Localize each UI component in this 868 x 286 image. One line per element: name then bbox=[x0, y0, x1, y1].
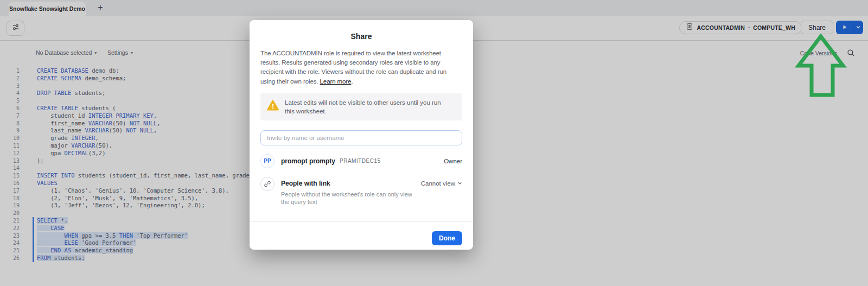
warning-banner: Latest edits will not be visible to othe… bbox=[260, 93, 462, 120]
avatar: PP bbox=[260, 154, 275, 168]
dialog-title: Share bbox=[260, 32, 462, 41]
share-description-suffix: . bbox=[351, 78, 353, 85]
link-icon bbox=[260, 177, 275, 191]
learn-more-link[interactable]: Learn more bbox=[320, 78, 352, 85]
done-button[interactable]: Done bbox=[432, 231, 462, 245]
people-with-link-row: People with link People without the work… bbox=[260, 177, 462, 206]
owner-role-label: Owner bbox=[444, 158, 462, 164]
people-with-link-description: People without the worksheet's role can … bbox=[281, 190, 417, 206]
share-description: The ACCOUNTADMIN role is required to vie… bbox=[260, 49, 462, 86]
link-permission-dropdown[interactable]: Cannot view bbox=[421, 177, 462, 187]
invite-input[interactable] bbox=[260, 130, 462, 145]
snowsight-app: Snowflake Snowsight Demo + bbox=[0, 0, 868, 286]
owner-row: PP promopt prompty PRAMITDEC15 Owner bbox=[260, 154, 462, 168]
owner-username: PRAMITDEC15 bbox=[340, 158, 381, 164]
dialog-footer: Done bbox=[250, 221, 473, 250]
share-description-text: The ACCOUNTADMIN role is required to vie… bbox=[260, 50, 446, 85]
warning-text: Latest edits will not be visible to othe… bbox=[285, 98, 448, 116]
link-permission-value: Cannot view bbox=[421, 180, 455, 187]
people-with-link-title: People with link bbox=[281, 177, 417, 187]
warning-icon bbox=[267, 100, 279, 111]
owner-name: promopt prompty bbox=[281, 157, 335, 165]
share-dialog: Share The ACCOUNTADMIN role is required … bbox=[250, 20, 473, 250]
people-with-link-info: People with link People without the work… bbox=[281, 177, 417, 206]
chevron-down-icon bbox=[457, 180, 462, 187]
